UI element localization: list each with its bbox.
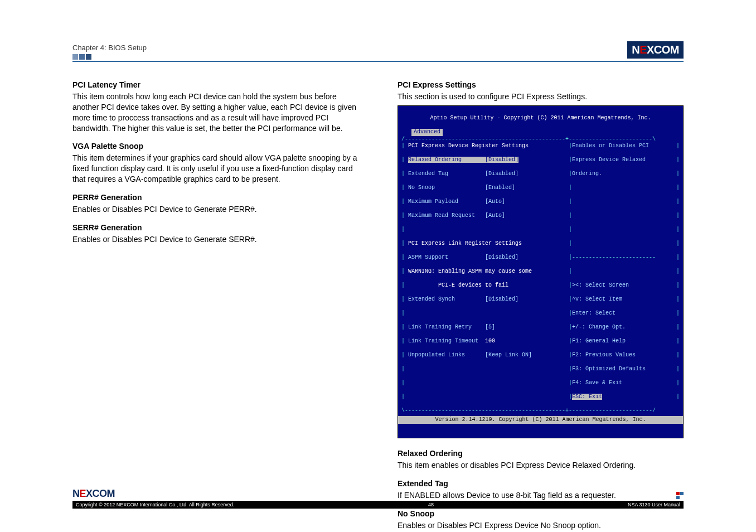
bios-nav-change: +/-: Change Opt. <box>572 324 626 330</box>
header-rule <box>72 61 684 62</box>
brand-logo-footer: NEXCOM <box>72 488 115 500</box>
bios-group-device: PCI Express Device Register Settings <box>408 143 529 149</box>
bios-item-max-read: Maximum Read Request [Auto] <box>408 212 505 219</box>
body-pci-express-settings: This section is used to configure PCI Ex… <box>398 91 684 102</box>
bios-warning-1: WARNING: Enabling ASPM may cause some <box>408 268 532 274</box>
header-decor <box>72 54 684 60</box>
bios-nav-exit: ESC: Exit <box>572 394 602 400</box>
left-column: PCI Latency Timer This item controls how… <box>72 72 358 532</box>
right-column: PCI Express Settings This section is use… <box>398 72 684 532</box>
footer-decor-icon <box>676 492 684 500</box>
bios-item-extended-synch: Extended Synch [Disabled] <box>408 296 518 302</box>
chapter-title: Chapter 4: BIOS Setup <box>72 43 684 52</box>
bios-help-line3: Ordering. <box>572 171 602 177</box>
bios-nav-select-item: ^v: Select Item <box>572 296 622 302</box>
bios-item-no-snoop: No Snoop [Enabled] <box>408 185 515 191</box>
bios-help-line2: Express Device Relaxed <box>572 157 646 163</box>
heading-pci-latency-timer: PCI Latency Timer <box>72 80 358 90</box>
bios-version-footer: Version 2.14.1219. Copyright (C) 2011 Am… <box>398 416 683 424</box>
footer-manual-name: NSA 3130 User Manual <box>628 502 680 507</box>
footer-copyright: Copyright © 2012 NEXCOM International Co… <box>76 502 234 507</box>
body-serr-generation: Enables or Disables PCI Device to Genera… <box>72 234 358 245</box>
bios-item-relaxed-ordering: Relaxed Ordering [Disabled] <box>408 157 518 163</box>
bios-item-link-retry: Link Training Retry [5] <box>408 324 495 330</box>
bios-nav-help: F1: General Help <box>572 338 626 344</box>
bios-nav-defaults: F3: Optimized Defaults <box>572 366 646 372</box>
heading-no-snoop: No Snoop <box>398 509 684 519</box>
heading-relaxed-ordering: Relaxed Ordering <box>398 448 684 459</box>
bios-item-aspm: ASPM Support [Disabled] <box>408 254 518 260</box>
bios-help-line1: Enables or Disables PCI <box>572 143 649 149</box>
body-perr-generation: Enables or Disables PCI Device to Genera… <box>72 204 358 215</box>
body-relaxed-ordering: This item enables or disables PCI Expres… <box>398 460 684 471</box>
bios-group-link: PCI Express Link Register Settings <box>408 240 522 246</box>
brand-logo-top: NEXCOM <box>627 41 684 59</box>
bios-nav-save: F4: Save & Exit <box>572 380 622 386</box>
bios-item-link-timeout: Link Training Timeout 100 <box>408 338 495 344</box>
bios-tab-advanced: Advanced <box>411 129 443 136</box>
body-no-snoop: Enables or Disables PCI Express Device N… <box>398 520 684 531</box>
bios-item-unpopulated: Unpopulated Links [Keep Link ON] <box>408 352 532 358</box>
bios-screenshot: Aptio Setup Utility - Copyright (C) 2011… <box>398 105 684 439</box>
footer-page-number: 48 <box>428 502 434 507</box>
body-vga-palette-snoop: This item determines if your graphics ca… <box>72 153 358 185</box>
heading-serr-generation: SERR# Generation <box>72 223 358 233</box>
bios-warning-2: PCI-E devices to fail <box>408 282 508 288</box>
heading-vga-palette-snoop: VGA Palette Snoop <box>72 141 358 152</box>
bios-title: Aptio Setup Utility - Copyright (C) 2011… <box>401 115 680 122</box>
body-pci-latency-timer: This item controls how long each PCI dev… <box>72 91 358 134</box>
bios-nav-enter: Enter: Select <box>572 310 616 316</box>
bios-nav-select-screen: ><: Select Screen <box>572 282 629 288</box>
heading-perr-generation: PERR# Generation <box>72 192 358 203</box>
bios-item-max-payload: Maximum Payload [Auto] <box>408 199 505 205</box>
bios-nav-previous: F2: Previous Values <box>572 352 636 358</box>
heading-pci-express-settings: PCI Express Settings <box>398 80 684 90</box>
page-footer: Copyright © 2012 NEXCOM International Co… <box>72 501 684 509</box>
bios-item-extended-tag: Extended Tag [Disabled] <box>408 171 518 177</box>
